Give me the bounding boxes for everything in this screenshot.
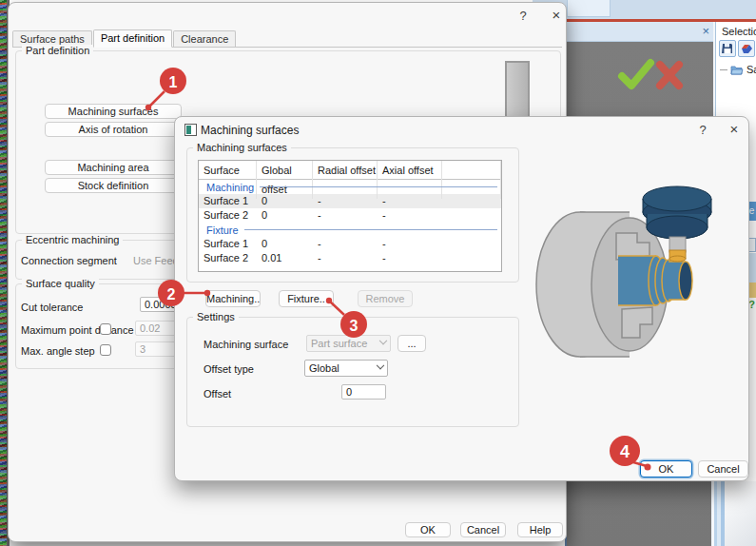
max-angle-step-label: Max. angle step [21, 345, 95, 357]
dialog-title: Machining surfaces [201, 124, 299, 137]
cut-tolerance-label: Cut tolerance [21, 302, 83, 313]
settings-group-label: Settings [193, 311, 239, 322]
axis-of-rotation-button[interactable]: Axis of rotation [45, 122, 182, 137]
selections-tree-item[interactable]: Sa [720, 64, 756, 75]
folder-open-icon [730, 65, 744, 75]
surfaces-table: Surface Global offset Radial offset Axia… [198, 160, 502, 272]
surface-quality-group-label: Surface quality [22, 278, 99, 289]
part-3d [618, 256, 692, 305]
help-icon[interactable]: ? [695, 123, 710, 137]
eraser-icon[interactable] [738, 40, 755, 57]
remove-button[interactable]: Remove [358, 290, 413, 307]
cancel-button[interactable]: Cancel [698, 460, 748, 478]
cancel-button[interactable]: Cancel [460, 522, 506, 537]
fixture-button[interactable]: Fixture.. [279, 290, 334, 307]
stock-preview [505, 61, 530, 122]
close-icon[interactable]: × [549, 7, 564, 23]
machining-surfaces-button[interactable]: Machining surfaces [45, 104, 182, 119]
column-global-offset[interactable]: Global offset [257, 161, 313, 199]
stock-definition-button[interactable]: Stock definition [45, 178, 182, 193]
column-radial-offset[interactable]: Radial offset [313, 161, 378, 199]
offset-label: Offset [204, 388, 231, 400]
background-corner [725, 481, 756, 546]
chevron-down-icon [379, 337, 387, 344]
machining-area-button[interactable]: Machining area [45, 160, 182, 175]
settings-group: Settings Machining surface Part surface … [186, 317, 519, 427]
offset-input[interactable] [341, 384, 386, 400]
dialog-icon [184, 124, 197, 136]
column-axial-offset[interactable]: Axial offset [378, 161, 442, 199]
tab-part-definition[interactable]: Part definition [93, 29, 172, 48]
background-3d-view-strip [0, 0, 7, 546]
tree-connector [720, 69, 727, 70]
ok-button[interactable]: OK [405, 522, 451, 537]
part-definition-group-label: Part definition [22, 45, 93, 56]
table-row[interactable]: Surface 1 0 - - [199, 237, 501, 251]
group-row-fixture: Fixture [199, 223, 501, 237]
help-icon[interactable]: ? [515, 9, 531, 23]
machining-surface-label: Machining surface [204, 339, 288, 350]
machining-surface-select[interactable]: Part surface [306, 335, 391, 352]
connection-segment-label: Connection segment [21, 255, 117, 266]
machining-button[interactable]: Machining.. [205, 290, 261, 307]
scrollbar[interactable] [711, 481, 725, 546]
table-row[interactable]: Surface 1 0 - - [199, 194, 501, 208]
table-header-row: Surface Global offset Radial offset Axia… [199, 161, 501, 180]
machining-surfaces-group-label: Machining surfaces [193, 142, 291, 153]
selections-panel-title: Selections [722, 26, 756, 37]
max-point-distance-label: Maximum point distance [21, 324, 134, 336]
browse-button[interactable]: ... [397, 335, 426, 352]
tree-item-label: Sa [746, 64, 756, 75]
offset-type-label: Offset type [204, 363, 254, 375]
machining-preview-3d [525, 151, 746, 456]
tab-bar: Surface paths Part definition Clearance [12, 29, 562, 48]
ok-button[interactable]: OK [640, 460, 692, 478]
selections-toolbar [719, 40, 755, 57]
table-row[interactable]: Surface 2 0.01 - - [199, 251, 501, 265]
cancel-icon[interactable] [660, 65, 679, 86]
tab-clearance[interactable]: Clearance [173, 30, 236, 47]
machining-surfaces-dialog: Machining surfaces ? × Machining surface… [174, 116, 749, 481]
close-icon[interactable]: × [727, 121, 742, 137]
help-button[interactable]: Help [517, 522, 563, 537]
chevron-down-icon [377, 361, 384, 369]
tool-shank-3d [669, 237, 686, 262]
table-row[interactable]: Surface 2 0 - - [199, 208, 501, 223]
panel-close-icon[interactable]: × [702, 24, 709, 38]
main-window-tab[interactable] [567, 0, 611, 17]
save-icon[interactable] [719, 40, 736, 57]
viewport-panel-header: × [559, 22, 715, 42]
confirm-icon[interactable] [622, 63, 650, 86]
column-surface[interactable]: Surface [199, 161, 257, 199]
max-angle-step-checkbox[interactable] [100, 344, 111, 356]
offset-type-select[interactable]: Global [304, 360, 388, 377]
eccentric-machining-group-label: Eccentric machining [22, 234, 123, 245]
tool-3d [643, 186, 711, 239]
max-point-distance-checkbox[interactable] [100, 323, 111, 335]
